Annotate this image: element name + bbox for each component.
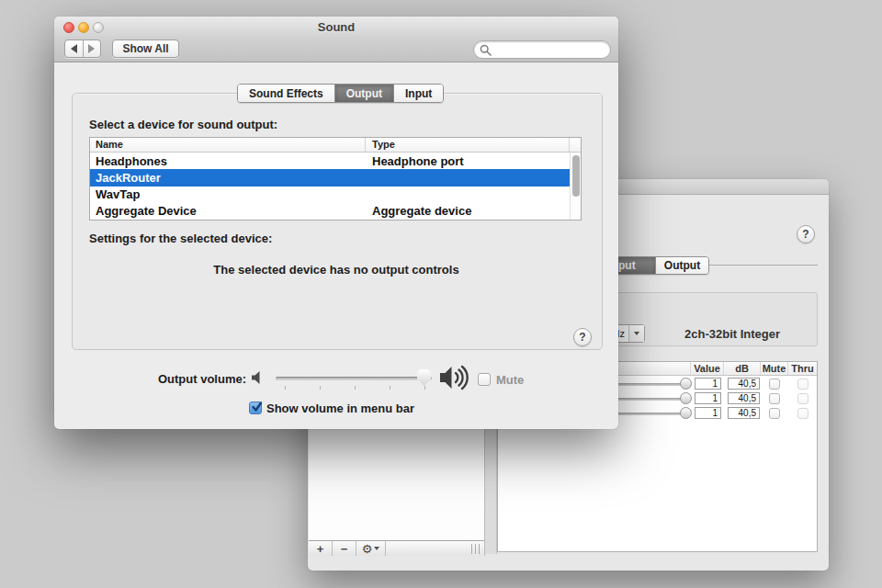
sound-preferences-window[interactable]: Sound Show All Sound Effects Output Inpu… xyxy=(54,17,618,429)
device-table-header: Name Type xyxy=(90,138,581,153)
mute-label: Mute xyxy=(496,373,524,387)
no-controls-message: The selected device has no output contro… xyxy=(54,263,618,277)
scrollbar-column-header xyxy=(570,138,581,152)
device-name: WavTap xyxy=(90,187,366,201)
table-row-selected[interactable]: JackRouter xyxy=(90,169,571,186)
tab-input[interactable]: Input xyxy=(393,85,443,102)
settings-section-label: Settings for the selected device: xyxy=(89,232,272,245)
help-button[interactable]: ? xyxy=(573,328,592,346)
search-field[interactable] xyxy=(473,40,611,59)
channel-value-field[interactable]: 1 xyxy=(695,378,721,390)
sound-tab-bar: Sound Effects Output Input xyxy=(237,84,444,103)
chevron-down-icon xyxy=(374,547,379,550)
channel-slider-thumb[interactable] xyxy=(680,392,692,404)
desktop-backdrop: + − ⚙ ? Input Output Hz 2 xyxy=(0,0,882,588)
output-device-table: Name Type Headphones Headphone port Jack… xyxy=(89,137,582,220)
forward-button[interactable] xyxy=(83,40,101,57)
tab-content-box xyxy=(72,93,603,350)
output-volume-label: Output volume: xyxy=(54,372,246,386)
device-type: Headphone port xyxy=(366,154,581,168)
slider-thumb[interactable] xyxy=(417,369,431,386)
add-device-button[interactable]: + xyxy=(309,541,333,556)
slider-track[interactable] xyxy=(276,377,432,380)
search-icon xyxy=(480,44,492,56)
mute-checkbox[interactable] xyxy=(769,379,780,390)
mute-checkbox[interactable] xyxy=(769,393,780,404)
table-row[interactable]: WavTap xyxy=(90,187,581,203)
name-column-header[interactable]: Name xyxy=(90,138,366,152)
output-volume-slider[interactable] xyxy=(276,368,432,391)
preferences-toolbar: Show All xyxy=(54,37,618,62)
device-type: Aggregate device xyxy=(366,204,581,218)
navigation-buttons xyxy=(64,40,101,58)
table-row[interactable]: Headphones Headphone port xyxy=(90,153,581,169)
mute-checkbox[interactable] xyxy=(478,373,491,386)
tab-output[interactable]: Output xyxy=(334,85,393,102)
thru-column-header: Thru xyxy=(788,362,817,375)
show-volume-label: Show volume in menu bar xyxy=(266,401,414,415)
window-title: Sound xyxy=(54,20,618,34)
remove-device-button[interactable]: − xyxy=(333,541,356,556)
check-icon xyxy=(251,401,264,413)
scrollbar-thumb[interactable] xyxy=(572,155,580,197)
help-button[interactable]: ? xyxy=(797,225,815,243)
forward-arrow-icon xyxy=(88,44,95,53)
thru-checkbox[interactable] xyxy=(797,379,808,390)
back-button[interactable] xyxy=(65,40,83,57)
db-column-header: dB xyxy=(724,362,761,375)
vertical-scrollbar[interactable] xyxy=(570,153,581,220)
channel-db-field[interactable]: 40,5 xyxy=(728,392,760,404)
device-section-label: Select a device for sound output: xyxy=(89,118,277,131)
device-name: Headphones xyxy=(90,154,366,168)
channel-slider-thumb[interactable] xyxy=(680,407,692,419)
chevron-down-icon xyxy=(634,332,639,335)
channel-db-field[interactable]: 40,5 xyxy=(728,407,760,419)
titlebar[interactable]: Sound xyxy=(54,17,618,37)
show-volume-checkbox[interactable] xyxy=(249,401,262,414)
gear-menu-button[interactable]: ⚙ xyxy=(356,541,386,556)
channel-value-field[interactable]: 1 xyxy=(695,392,721,404)
device-table-body: Headphones Headphone port JackRouter Wav… xyxy=(90,153,581,220)
format-description: 2ch-32bit Integer xyxy=(684,327,780,341)
gear-icon: ⚙ xyxy=(362,542,373,556)
thru-checkbox[interactable] xyxy=(797,408,808,419)
speaker-loud-icon xyxy=(438,364,469,391)
channel-value-field[interactable]: 1 xyxy=(695,407,721,419)
tab-sound-effects[interactable]: Sound Effects xyxy=(238,85,334,102)
dropdown-arrow-cell xyxy=(628,325,644,342)
mute-column-header: Mute xyxy=(761,362,788,375)
tab-output[interactable]: Output xyxy=(655,257,708,274)
splitter-grip[interactable] xyxy=(471,544,480,554)
device-name: JackRouter xyxy=(90,171,366,185)
back-arrow-icon xyxy=(71,44,77,53)
table-row[interactable]: Aggregate Device Aggregate device xyxy=(90,203,581,220)
value-column-header: Value xyxy=(691,362,724,375)
type-column-header[interactable]: Type xyxy=(366,138,570,152)
mute-checkbox[interactable] xyxy=(769,408,780,419)
speaker-low-icon xyxy=(250,369,266,386)
channel-slider-thumb[interactable] xyxy=(680,378,692,390)
thru-checkbox[interactable] xyxy=(797,393,808,404)
device-name: Aggregate Device xyxy=(90,204,366,218)
search-input[interactable] xyxy=(494,43,603,56)
device-list-footer-toolbar: + − ⚙ xyxy=(309,540,484,556)
show-all-button[interactable]: Show All xyxy=(112,40,179,58)
channel-db-field[interactable]: 40,5 xyxy=(728,378,760,390)
